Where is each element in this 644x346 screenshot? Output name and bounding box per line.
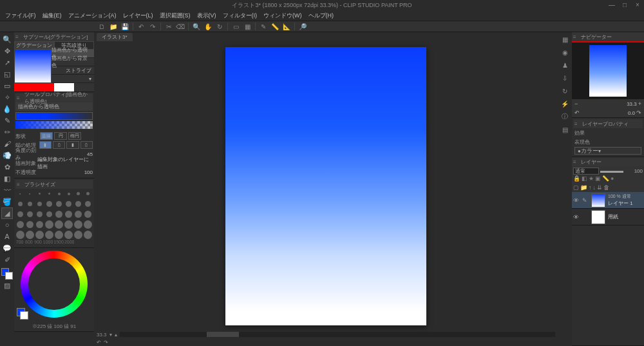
brush-dot[interactable] bbox=[84, 189, 93, 198]
brush-dot[interactable] bbox=[44, 189, 53, 198]
close-icon[interactable]: × bbox=[632, 0, 643, 9]
snap-icon[interactable]: 📐 bbox=[281, 22, 292, 31]
pose-icon[interactable]: ♟ bbox=[559, 59, 571, 71]
move-tool-icon[interactable]: ✥ bbox=[1, 45, 13, 57]
deco-tool-icon[interactable]: ✿ bbox=[1, 161, 13, 173]
color-square[interactable] bbox=[36, 266, 72, 302]
brush-dot[interactable] bbox=[25, 230, 34, 240]
blend-mode-select[interactable]: 通常 bbox=[573, 168, 599, 175]
text-tool-icon[interactable]: A bbox=[1, 231, 13, 242]
minimize-icon[interactable]: — bbox=[607, 0, 617, 9]
select-icon[interactable]: ▭ bbox=[231, 22, 241, 31]
brush-dot[interactable] bbox=[64, 209, 73, 219]
nav-zoom-out-icon[interactable]: − bbox=[574, 101, 578, 107]
operation-tool-icon[interactable]: ➚ bbox=[1, 57, 13, 68]
brush-dot[interactable] bbox=[44, 220, 53, 229]
brush-dot[interactable] bbox=[84, 220, 93, 229]
open-icon[interactable]: 📁 bbox=[108, 22, 118, 31]
brush-dot[interactable] bbox=[74, 199, 83, 209]
menu-filter[interactable]: フィルター(I) bbox=[220, 11, 260, 21]
transparent-color-icon[interactable]: ▨ bbox=[1, 280, 13, 291]
brush-dot[interactable] bbox=[74, 209, 83, 219]
nav-rotate-left-icon[interactable]: ↶ bbox=[574, 110, 580, 116]
layer-lock-icon[interactable]: 🔒 bbox=[573, 175, 580, 183]
navigator-header[interactable]: ナビゲーター bbox=[572, 32, 644, 41]
h-scrollbar[interactable] bbox=[120, 332, 555, 337]
brush-dot[interactable] bbox=[55, 220, 64, 229]
subtool-item[interactable]: 描画色から背景色 bbox=[52, 58, 94, 66]
brush-dot[interactable] bbox=[25, 220, 34, 229]
layer-color-icon[interactable]: ● bbox=[611, 175, 614, 183]
zoom-icon[interactable]: 🔍 bbox=[191, 22, 202, 31]
shape-circle-button[interactable]: 円 bbox=[54, 132, 67, 140]
brush-dot[interactable] bbox=[55, 209, 64, 219]
brush-dot[interactable] bbox=[35, 189, 44, 198]
brush-dot[interactable] bbox=[55, 230, 64, 240]
delete-layer-icon[interactable]: 🗑 bbox=[603, 184, 609, 191]
brush-dot[interactable] bbox=[44, 199, 53, 209]
ruler-icon[interactable]: 📏 bbox=[270, 22, 280, 31]
new-icon[interactable]: 🗋 bbox=[97, 22, 107, 31]
search-icon[interactable]: 🔎 bbox=[298, 22, 308, 31]
3d-icon[interactable]: ◉ bbox=[559, 46, 571, 58]
maximize-icon[interactable]: □ bbox=[620, 0, 630, 9]
balloon-tool-icon[interactable]: 💬 bbox=[1, 242, 13, 254]
history-icon[interactable]: ↻ bbox=[559, 85, 571, 97]
eyedropper-tool-icon[interactable]: 💧 bbox=[1, 103, 13, 115]
layer-name[interactable]: レイヤー 1 bbox=[608, 200, 643, 207]
brush-dot[interactable] bbox=[64, 199, 73, 209]
canvas-viewport[interactable] bbox=[94, 41, 558, 331]
menu-view[interactable]: 表示(V) bbox=[194, 11, 219, 21]
expression-select[interactable]: ● カラー ▾ bbox=[574, 147, 641, 155]
shape-linear-button[interactable]: 直線 bbox=[40, 132, 53, 140]
link-icon[interactable]: ✎ bbox=[582, 197, 589, 204]
pencil-tool-icon[interactable]: ✏ bbox=[1, 126, 13, 138]
gradient-preview[interactable] bbox=[15, 112, 93, 120]
cut-icon[interactable]: ✂ bbox=[164, 22, 174, 31]
material-icon[interactable]: ▦ bbox=[559, 34, 571, 45]
brush-dot[interactable] bbox=[55, 199, 64, 209]
document-tab[interactable]: イラスト3* bbox=[97, 33, 133, 41]
merge-icon[interactable]: ⇊ bbox=[597, 184, 602, 191]
blend-tool-icon[interactable]: 〰 bbox=[1, 184, 13, 196]
brush-dot[interactable] bbox=[35, 199, 44, 209]
layer-down-icon[interactable]: ↓ bbox=[593, 184, 596, 191]
nav-zoom-in-icon[interactable]: + bbox=[638, 101, 641, 107]
brush-dot[interactable] bbox=[15, 230, 24, 240]
subtool-item[interactable]: ▾ bbox=[52, 75, 94, 83]
brush-dot[interactable] bbox=[44, 230, 53, 240]
brush-tool-icon[interactable]: 🖌 bbox=[1, 138, 13, 149]
brush-dot[interactable] bbox=[44, 209, 53, 219]
gradient-tool-icon[interactable]: ◢ bbox=[1, 207, 13, 219]
menu-file[interactable]: ファイル(F) bbox=[3, 11, 39, 21]
brush-dot[interactable] bbox=[15, 220, 24, 229]
brush-dot[interactable] bbox=[74, 230, 83, 240]
align-icon[interactable]: ▤ bbox=[559, 124, 571, 135]
fill-tool-icon[interactable]: 🪣 bbox=[1, 196, 13, 207]
visibility-icon[interactable]: 👁 bbox=[573, 197, 580, 204]
menu-edit[interactable]: 編集(E) bbox=[40, 11, 64, 21]
brush-dot[interactable] bbox=[84, 199, 93, 209]
figure-tool-icon[interactable]: ○ bbox=[1, 219, 13, 231]
brush-dot[interactable] bbox=[35, 220, 44, 229]
layers-header[interactable]: レイヤー bbox=[572, 157, 644, 166]
layer-row[interactable]: 👁 ✎ 100 % 通常 レイヤー 1 bbox=[572, 192, 644, 209]
opacity-value[interactable]: 100 bbox=[84, 169, 93, 175]
hand-icon[interactable]: ✋ bbox=[203, 22, 213, 31]
nav-zoom-value[interactable]: 33.3 bbox=[627, 101, 637, 107]
pen-tool-icon[interactable]: ✎ bbox=[1, 115, 13, 126]
download-icon[interactable]: ⇩ bbox=[559, 72, 571, 84]
layer-opacity-value[interactable]: 100 bbox=[634, 168, 643, 174]
wand-tool-icon[interactable]: ✧ bbox=[1, 91, 13, 103]
info-icon[interactable]: ⓘ bbox=[559, 111, 571, 122]
eraser-toggle-icon[interactable]: ✎ bbox=[258, 22, 269, 31]
brush-size-header[interactable]: ブラシサイズ bbox=[15, 180, 93, 189]
layer-property-header[interactable]: レイヤープロパティ bbox=[573, 119, 643, 128]
nav-rotate-right-icon[interactable]: ↷ bbox=[636, 110, 641, 116]
color-swatch[interactable] bbox=[1, 268, 13, 280]
rotate-icon[interactable]: ↻ bbox=[214, 22, 225, 31]
brush-dot[interactable] bbox=[25, 199, 34, 209]
layer-up-icon[interactable]: ↑ bbox=[589, 184, 592, 191]
delete-icon[interactable]: ⌫ bbox=[175, 22, 185, 31]
menu-help[interactable]: ヘルプ(H) bbox=[306, 11, 337, 21]
